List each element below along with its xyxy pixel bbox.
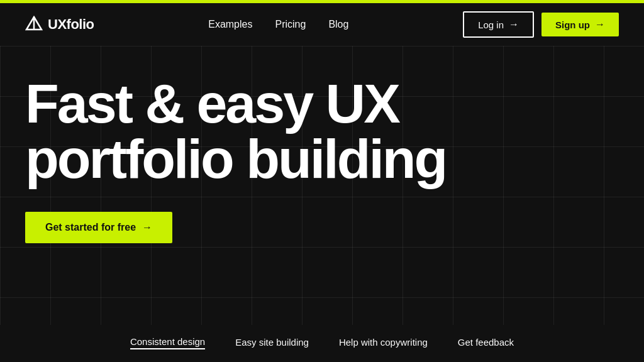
signup-label: Sign up <box>555 19 590 30</box>
tab-help-copywriting[interactable]: Help with copywriting <box>339 337 428 349</box>
navbar: UXfolio Examples Pricing Blog Log in → S… <box>0 3 644 46</box>
navbar-logo: UXfolio <box>25 16 94 33</box>
hero-content: Fast & easy UX portfolio building Get st… <box>0 46 644 243</box>
login-label: Log in <box>478 19 504 30</box>
tab-get-feedback[interactable]: Get feedback <box>458 337 514 349</box>
hero-heading-line2: portfolio building <box>25 128 446 190</box>
tab-consistent-design[interactable]: Consistent design <box>130 336 205 349</box>
cta-button[interactable]: Get started for free → <box>25 212 172 243</box>
nav-link-blog[interactable]: Blog <box>328 19 348 30</box>
hero-heading: Fast & easy UX portfolio building <box>25 76 465 187</box>
hero-heading-line1: Fast & easy UX <box>25 72 399 134</box>
hero-section: Fast & easy UX portfolio building Get st… <box>0 46 644 362</box>
navbar-actions: Log in → Sign up → <box>463 11 619 38</box>
login-button[interactable]: Log in → <box>463 11 534 38</box>
signup-button[interactable]: Sign up → <box>541 13 619 36</box>
navbar-links: Examples Pricing Blog <box>208 19 348 30</box>
bottom-tabs: Consistent design Easy site building Hel… <box>0 325 644 362</box>
signup-arrow: → <box>595 19 605 30</box>
login-arrow: → <box>509 19 519 30</box>
hero-cta-container: Get started for free → <box>25 212 619 243</box>
cta-label: Get started for free <box>45 222 136 233</box>
logo-text: UXfolio <box>48 16 94 33</box>
logo-icon <box>25 16 43 33</box>
nav-link-pricing[interactable]: Pricing <box>275 19 306 30</box>
nav-link-examples[interactable]: Examples <box>208 19 252 30</box>
tab-easy-site-building[interactable]: Easy site building <box>235 337 309 349</box>
cta-arrow: → <box>142 222 152 233</box>
